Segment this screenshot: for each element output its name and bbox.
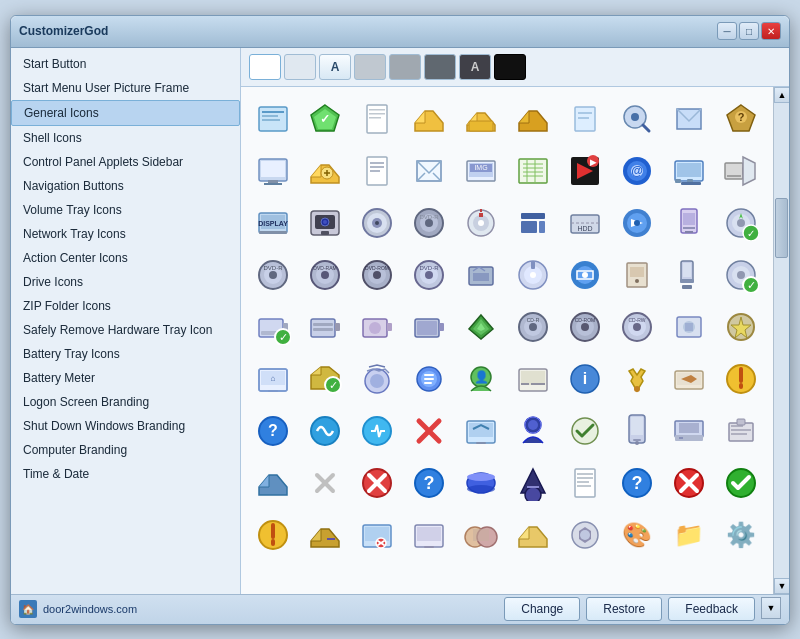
icon-cell[interactable]: ⌂	[249, 355, 297, 403]
sidebar-item-navigation-buttons[interactable]: Navigation Buttons	[11, 174, 240, 198]
icon-cell[interactable]	[665, 459, 713, 507]
icon-cell[interactable]	[457, 199, 505, 247]
black-button[interactable]	[494, 54, 526, 80]
icon-cell[interactable]	[561, 459, 609, 507]
icon-cell[interactable]	[509, 251, 557, 299]
icon-cell[interactable]	[353, 459, 401, 507]
sidebar-item-battery-meter[interactable]: Battery Meter	[11, 366, 240, 390]
icon-cell[interactable]: ✓	[301, 95, 349, 143]
sidebar-item-general-icons[interactable]: General Icons	[11, 100, 240, 126]
icon-cell[interactable]	[665, 251, 713, 299]
icon-cell[interactable]	[717, 407, 765, 455]
close-button[interactable]: ✕	[761, 22, 781, 40]
icon-cell[interactable]: HDD	[561, 199, 609, 247]
icon-cell[interactable]	[665, 303, 713, 351]
icon-cell[interactable]	[457, 459, 505, 507]
icon-cell[interactable]	[509, 511, 557, 559]
icon-cell[interactable]	[353, 95, 401, 143]
icon-cell[interactable]	[613, 407, 661, 455]
letter-a-button[interactable]: A	[319, 54, 351, 80]
icon-cell[interactable]	[457, 303, 505, 351]
sidebar-item-action-center[interactable]: Action Center Icons	[11, 246, 240, 270]
icon-cell[interactable]	[665, 95, 713, 143]
icon-cell[interactable]	[665, 407, 713, 455]
icon-cell[interactable]: CD-RW	[613, 303, 661, 351]
dark-a-button[interactable]: A	[459, 54, 491, 80]
icon-cell[interactable]	[509, 147, 557, 195]
icon-cell[interactable]: @	[613, 147, 661, 195]
sidebar-item-control-panel[interactable]: Control Panel Applets Sidebar	[11, 150, 240, 174]
sidebar-item-volume-tray[interactable]: Volume Tray Icons	[11, 198, 240, 222]
icon-cell[interactable]	[353, 355, 401, 403]
sidebar-item-battery-tray[interactable]: Battery Tray Icons	[11, 342, 240, 366]
icon-cell[interactable]: ?	[717, 95, 765, 143]
sidebar-item-shell-icons[interactable]: Shell Icons	[11, 126, 240, 150]
scroll-down-button[interactable]: ▼	[774, 578, 789, 594]
icon-cell[interactable]: DVD-R	[249, 251, 297, 299]
icon-cell[interactable]	[405, 147, 453, 195]
minimize-button[interactable]: ─	[717, 22, 737, 40]
scroll-up-button[interactable]: ▲	[774, 87, 789, 103]
icon-cell[interactable]	[717, 355, 765, 403]
icon-cell[interactable]	[405, 303, 453, 351]
icon-cell[interactable]: 📁	[665, 511, 713, 559]
status-scroll-button[interactable]: ▼	[761, 597, 781, 619]
white-bg-button[interactable]	[249, 54, 281, 80]
sidebar-item-time-date[interactable]: Time & Date	[11, 462, 240, 486]
icon-cell[interactable]: CD-R	[509, 303, 557, 351]
scrollbar[interactable]: ▲ ▼	[773, 87, 789, 594]
icon-cell[interactable]	[717, 459, 765, 507]
restore-button[interactable]: Restore	[586, 597, 662, 621]
icon-cell[interactable]	[405, 355, 453, 403]
icon-cell[interactable]: DVD-R	[405, 199, 453, 247]
icon-cell[interactable]	[249, 95, 297, 143]
sidebar-item-safely-remove[interactable]: Safely Remove Hardware Tray Icon	[11, 318, 240, 342]
icon-cell[interactable]: ✓	[717, 251, 765, 299]
icon-cell[interactable]	[665, 199, 713, 247]
icon-cell[interactable]: ▶	[561, 147, 609, 195]
icon-cell[interactable]	[249, 511, 297, 559]
icon-cell[interactable]: i	[561, 355, 609, 403]
change-button[interactable]: Change	[504, 597, 580, 621]
feedback-button[interactable]: Feedback	[668, 597, 755, 621]
icon-cell[interactable]	[353, 511, 401, 559]
sidebar-item-start-button[interactable]: Start Button	[11, 52, 240, 76]
icon-cell[interactable]	[249, 147, 297, 195]
sidebar-item-drive-icons[interactable]: Drive Icons	[11, 270, 240, 294]
icon-cell[interactable]	[561, 511, 609, 559]
icon-cell[interactable]	[561, 251, 609, 299]
icon-cell[interactable]	[509, 355, 557, 403]
icon-cell[interactable]: ?	[249, 407, 297, 455]
icon-cell[interactable]	[353, 407, 401, 455]
icon-cell[interactable]: ✓	[301, 355, 349, 403]
sidebar-item-zip-folder[interactable]: ZIP Folder Icons	[11, 294, 240, 318]
icon-cell[interactable]: ?	[405, 459, 453, 507]
scroll-track[interactable]	[774, 103, 789, 578]
icon-cell[interactable]	[405, 511, 453, 559]
icon-cell[interactable]	[249, 459, 297, 507]
icon-cell[interactable]	[717, 147, 765, 195]
maximize-button[interactable]: □	[739, 22, 759, 40]
gray2-button[interactable]	[389, 54, 421, 80]
icon-cell[interactable]: ✓	[717, 199, 765, 247]
icon-cell[interactable]: DVD-RAM	[301, 251, 349, 299]
icon-cell[interactable]	[613, 199, 661, 247]
icon-cell[interactable]	[301, 147, 349, 195]
sidebar-item-network-tray[interactable]: Network Tray Icons	[11, 222, 240, 246]
sidebar-item-computer-branding[interactable]: Computer Branding	[11, 438, 240, 462]
sidebar-item-start-menu-picture[interactable]: Start Menu User Picture Frame	[11, 76, 240, 100]
icon-cell[interactable]	[301, 511, 349, 559]
icon-cell[interactable]: DISPLAY	[249, 199, 297, 247]
icon-cell[interactable]	[405, 95, 453, 143]
icon-cell[interactable]	[301, 459, 349, 507]
icon-cell[interactable]	[509, 407, 557, 455]
icon-cell[interactable]	[509, 95, 557, 143]
icon-cell[interactable]: ⚙️	[717, 511, 765, 559]
icon-cell[interactable]	[457, 251, 505, 299]
icon-cell[interactable]	[665, 147, 713, 195]
icon-cell[interactable]	[405, 407, 453, 455]
icon-cell[interactable]: DVD-R	[405, 251, 453, 299]
icon-cell[interactable]	[509, 199, 557, 247]
light-gray-button[interactable]	[284, 54, 316, 80]
icon-cell[interactable]: ?	[613, 459, 661, 507]
